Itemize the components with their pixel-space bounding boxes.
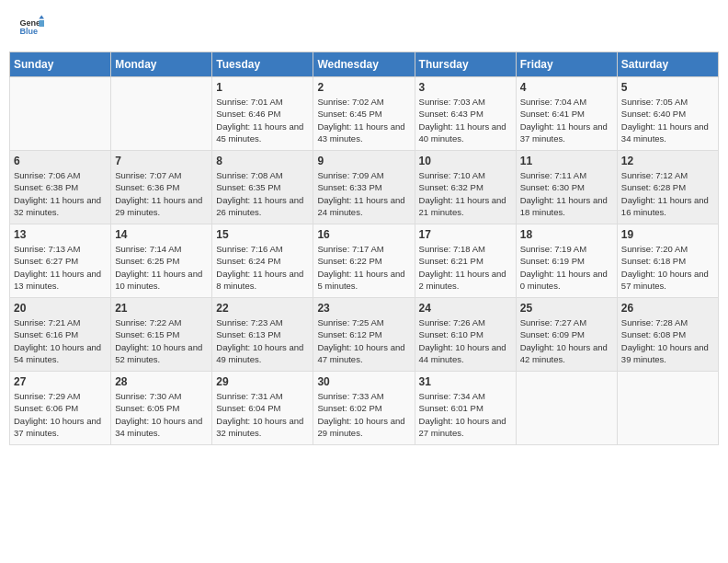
- day-number: 14: [115, 228, 208, 241]
- cell-detail: Sunrise: 7:11 AM Sunset: 6:30 PM Dayligh…: [520, 169, 613, 218]
- cell-detail: Sunrise: 7:30 AM Sunset: 6:05 PM Dayligh…: [115, 390, 208, 439]
- calendar-week-row: 20Sunrise: 7:21 AM Sunset: 6:16 PM Dayli…: [10, 298, 719, 372]
- cell-detail: Sunrise: 7:10 AM Sunset: 6:32 PM Dayligh…: [419, 169, 512, 218]
- calendar-cell: 28Sunrise: 7:30 AM Sunset: 6:05 PM Dayli…: [111, 372, 212, 445]
- day-number: 19: [621, 228, 714, 241]
- calendar-cell: 13Sunrise: 7:13 AM Sunset: 6:27 PM Dayli…: [10, 224, 111, 298]
- day-number: 12: [621, 155, 714, 167]
- cell-detail: Sunrise: 7:07 AM Sunset: 6:36 PM Dayligh…: [115, 169, 208, 218]
- cell-detail: Sunrise: 7:04 AM Sunset: 6:41 PM Dayligh…: [520, 96, 613, 144]
- calendar-cell: 17Sunrise: 7:18 AM Sunset: 6:21 PM Dayli…: [415, 224, 516, 298]
- calendar-cell: 29Sunrise: 7:31 AM Sunset: 6:04 PM Dayli…: [212, 372, 313, 445]
- cell-detail: Sunrise: 7:17 AM Sunset: 6:22 PM Dayligh…: [317, 243, 410, 292]
- day-number: 22: [216, 302, 309, 315]
- day-number: 23: [317, 302, 410, 315]
- calendar-week-row: 6Sunrise: 7:06 AM Sunset: 6:38 PM Daylig…: [10, 151, 719, 224]
- cell-detail: Sunrise: 7:34 AM Sunset: 6:01 PM Dayligh…: [419, 390, 512, 439]
- cell-detail: Sunrise: 7:19 AM Sunset: 6:19 PM Dayligh…: [520, 243, 613, 292]
- dow-cell: Wednesday: [313, 52, 415, 77]
- calendar-cell: 3Sunrise: 7:03 AM Sunset: 6:43 PM Daylig…: [415, 77, 516, 151]
- calendar-cell: 14Sunrise: 7:14 AM Sunset: 6:25 PM Dayli…: [111, 224, 212, 298]
- day-number: 21: [115, 302, 208, 315]
- day-number: 29: [216, 375, 309, 388]
- calendar-cell: 16Sunrise: 7:17 AM Sunset: 6:22 PM Dayli…: [313, 224, 415, 298]
- cell-detail: Sunrise: 7:21 AM Sunset: 6:16 PM Dayligh…: [14, 316, 107, 365]
- day-number: 1: [216, 81, 309, 94]
- day-number: 30: [317, 375, 410, 388]
- calendar-cell: 26Sunrise: 7:28 AM Sunset: 6:08 PM Dayli…: [617, 298, 718, 372]
- calendar-cell: 27Sunrise: 7:29 AM Sunset: 6:06 PM Dayli…: [10, 372, 111, 445]
- day-number: 31: [419, 375, 512, 388]
- calendar-week-row: 13Sunrise: 7:13 AM Sunset: 6:27 PM Dayli…: [10, 224, 719, 298]
- cell-detail: Sunrise: 7:06 AM Sunset: 6:38 PM Dayligh…: [14, 169, 107, 218]
- cell-detail: Sunrise: 7:12 AM Sunset: 6:28 PM Dayligh…: [621, 169, 714, 218]
- day-number: 24: [419, 302, 512, 315]
- day-number: 16: [317, 228, 410, 241]
- cell-detail: Sunrise: 7:25 AM Sunset: 6:12 PM Dayligh…: [317, 316, 410, 365]
- day-number: 18: [520, 228, 613, 241]
- day-number: 17: [419, 228, 512, 241]
- calendar-cell: 9Sunrise: 7:09 AM Sunset: 6:33 PM Daylig…: [313, 151, 415, 224]
- logo-icon: General Blue: [18, 14, 44, 40]
- cell-detail: Sunrise: 7:05 AM Sunset: 6:40 PM Dayligh…: [621, 96, 714, 144]
- calendar-cell: 8Sunrise: 7:08 AM Sunset: 6:35 PM Daylig…: [212, 151, 313, 224]
- calendar-cell: 22Sunrise: 7:23 AM Sunset: 6:13 PM Dayli…: [212, 298, 313, 372]
- day-number: 25: [520, 302, 613, 315]
- cell-detail: Sunrise: 7:27 AM Sunset: 6:09 PM Dayligh…: [520, 316, 613, 365]
- cell-detail: Sunrise: 7:01 AM Sunset: 6:46 PM Dayligh…: [216, 96, 309, 144]
- calendar-table: SundayMondayTuesdayWednesdayThursdayFrid…: [9, 52, 719, 445]
- dow-cell: Thursday: [415, 52, 516, 77]
- cell-detail: Sunrise: 7:31 AM Sunset: 6:04 PM Dayligh…: [216, 390, 309, 439]
- svg-marker-3: [39, 20, 44, 27]
- day-number: 7: [115, 155, 208, 167]
- day-number: 9: [317, 155, 410, 167]
- day-number: 11: [520, 155, 613, 167]
- cell-detail: Sunrise: 7:23 AM Sunset: 6:13 PM Dayligh…: [216, 316, 309, 365]
- calendar-cell: 2Sunrise: 7:02 AM Sunset: 6:45 PM Daylig…: [313, 77, 415, 151]
- calendar-cell: 30Sunrise: 7:33 AM Sunset: 6:02 PM Dayli…: [313, 372, 415, 445]
- day-number: 26: [621, 302, 714, 315]
- day-number: 13: [14, 228, 107, 241]
- day-number: 28: [115, 375, 208, 388]
- cell-detail: Sunrise: 7:13 AM Sunset: 6:27 PM Dayligh…: [14, 243, 107, 292]
- day-number: 8: [216, 155, 309, 167]
- calendar-cell: 25Sunrise: 7:27 AM Sunset: 6:09 PM Dayli…: [516, 298, 617, 372]
- day-number: 5: [621, 81, 714, 94]
- day-number: 27: [14, 375, 107, 388]
- day-number: 20: [14, 302, 107, 315]
- dow-cell: Saturday: [617, 52, 718, 77]
- calendar-cell: 6Sunrise: 7:06 AM Sunset: 6:38 PM Daylig…: [10, 151, 111, 224]
- cell-detail: Sunrise: 7:22 AM Sunset: 6:15 PM Dayligh…: [115, 316, 208, 365]
- cell-detail: Sunrise: 7:18 AM Sunset: 6:21 PM Dayligh…: [419, 243, 512, 292]
- calendar-cell: 31Sunrise: 7:34 AM Sunset: 6:01 PM Dayli…: [415, 372, 516, 445]
- calendar-week-row: 27Sunrise: 7:29 AM Sunset: 6:06 PM Dayli…: [10, 372, 719, 445]
- calendar-cell: 19Sunrise: 7:20 AM Sunset: 6:18 PM Dayli…: [617, 224, 718, 298]
- dow-cell: Tuesday: [212, 52, 313, 77]
- calendar-cell: [617, 372, 718, 445]
- calendar-cell: 24Sunrise: 7:26 AM Sunset: 6:10 PM Dayli…: [415, 298, 516, 372]
- logo: General Blue: [18, 14, 44, 40]
- calendar-cell: [111, 77, 212, 151]
- calendar-cell: 4Sunrise: 7:04 AM Sunset: 6:41 PM Daylig…: [516, 77, 617, 151]
- cell-detail: Sunrise: 7:03 AM Sunset: 6:43 PM Dayligh…: [419, 96, 512, 144]
- cell-detail: Sunrise: 7:08 AM Sunset: 6:35 PM Dayligh…: [216, 169, 309, 218]
- svg-marker-2: [39, 15, 44, 18]
- day-number: 6: [14, 155, 107, 167]
- day-number: 15: [216, 228, 309, 241]
- calendar-cell: 18Sunrise: 7:19 AM Sunset: 6:19 PM Dayli…: [516, 224, 617, 298]
- dow-cell: Sunday: [10, 52, 111, 77]
- day-number: 2: [317, 81, 410, 94]
- calendar-cell: 1Sunrise: 7:01 AM Sunset: 6:46 PM Daylig…: [212, 77, 313, 151]
- cell-detail: Sunrise: 7:26 AM Sunset: 6:10 PM Dayligh…: [419, 316, 512, 365]
- calendar-cell: 10Sunrise: 7:10 AM Sunset: 6:32 PM Dayli…: [415, 151, 516, 224]
- calendar-cell: 5Sunrise: 7:05 AM Sunset: 6:40 PM Daylig…: [617, 77, 718, 151]
- cell-detail: Sunrise: 7:28 AM Sunset: 6:08 PM Dayligh…: [621, 316, 714, 365]
- dow-cell: Friday: [516, 52, 617, 77]
- cell-detail: Sunrise: 7:14 AM Sunset: 6:25 PM Dayligh…: [115, 243, 208, 292]
- calendar-week-row: 1Sunrise: 7:01 AM Sunset: 6:46 PM Daylig…: [10, 77, 719, 151]
- day-number: 10: [419, 155, 512, 167]
- dow-cell: Monday: [111, 52, 212, 77]
- cell-detail: Sunrise: 7:20 AM Sunset: 6:18 PM Dayligh…: [621, 243, 714, 292]
- day-of-week-header: SundayMondayTuesdayWednesdayThursdayFrid…: [10, 52, 719, 77]
- cell-detail: Sunrise: 7:02 AM Sunset: 6:45 PM Dayligh…: [317, 96, 410, 144]
